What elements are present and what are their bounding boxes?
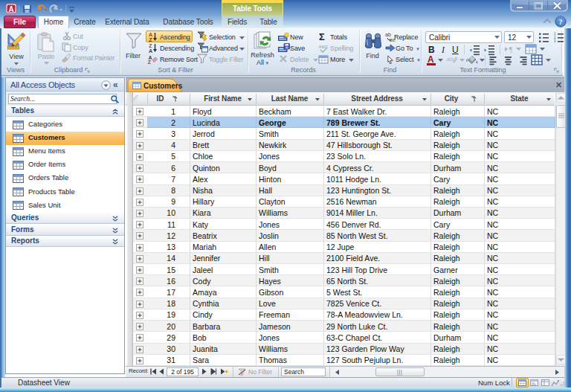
svg-text:Z: Z	[149, 37, 152, 42]
svg-text:Z: Z	[148, 60, 152, 64]
svg-text:Z: Z	[149, 43, 152, 48]
svg-text:?: ?	[559, 18, 563, 26]
svg-text:ABC: ABC	[319, 45, 329, 49]
svg-text:ab: ab	[385, 32, 391, 37]
svg-text:3: 3	[554, 39, 556, 43]
svg-text:¶: ¶	[509, 45, 513, 54]
svg-text:A: A	[8, 5, 13, 13]
svg-text:A: A	[149, 48, 152, 53]
svg-text:A: A	[149, 32, 152, 37]
svg-text:ab: ab	[447, 56, 454, 62]
